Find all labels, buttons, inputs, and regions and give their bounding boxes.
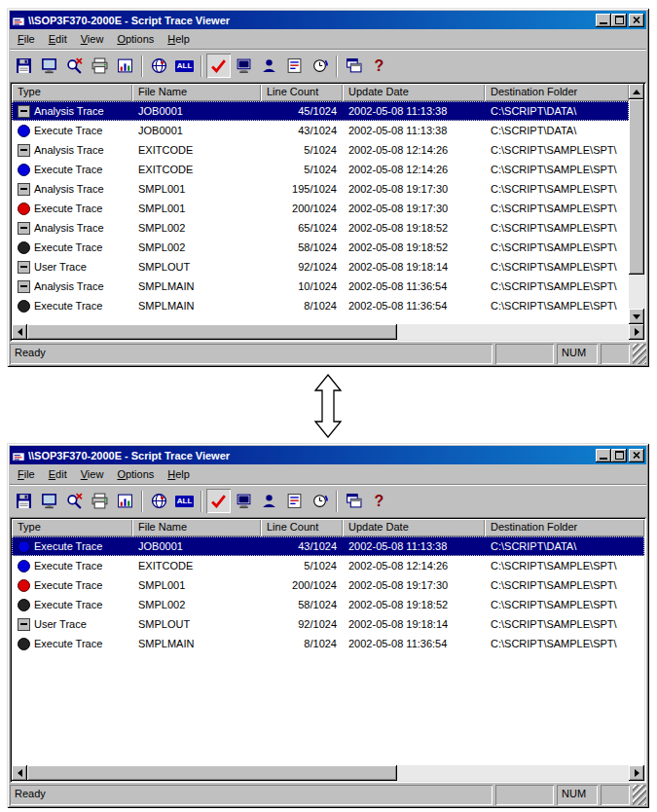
table-row[interactable]: User Trace SMPLOUT 92/1024 2002-05-08 19…: [12, 614, 644, 634]
user-trace-button[interactable]: [257, 489, 281, 513]
table-row[interactable]: Execute Trace SMPLMAIN 8/1024 2002-05-08…: [12, 634, 644, 653]
save-button[interactable]: [12, 489, 36, 513]
resize-grip[interactable]: [633, 785, 646, 805]
cascade-windows-button[interactable]: [342, 489, 366, 513]
status-panel-empty: [601, 785, 630, 805]
scroll-left-button[interactable]: [12, 765, 27, 781]
cell-file-name: SMPLMAIN: [132, 300, 261, 312]
table-row[interactable]: Execute Trace SMPL002 58/1024 2002-05-08…: [12, 595, 644, 614]
arrow-down-icon: [633, 314, 640, 319]
table-row[interactable]: Analysis Trace SMPL002 65/1024 2002-05-0…: [12, 218, 629, 238]
report-button[interactable]: [113, 54, 137, 78]
show-all-button[interactable]: ALL: [172, 489, 197, 513]
cell-update-date: 2002-05-08 11:13:38: [343, 105, 485, 117]
filter-check-button[interactable]: [206, 54, 231, 78]
menu-options[interactable]: Options: [110, 465, 161, 483]
minimize-button[interactable]: [596, 449, 611, 462]
column-header-destination-folder[interactable]: Destination Folder: [485, 84, 629, 101]
table-row[interactable]: Execute Trace EXITCODE 5/1024 2002-05-08…: [12, 160, 629, 179]
print-button[interactable]: [88, 489, 112, 513]
menu-help[interactable]: Help: [161, 465, 197, 483]
column-header-line-count[interactable]: Line Count: [261, 84, 343, 101]
cell-line-count: 43/1024: [261, 540, 343, 552]
table-row[interactable]: Execute Trace EXITCODE 5/1024 2002-05-08…: [12, 556, 644, 575]
close-button[interactable]: [629, 14, 644, 27]
cell-type: Analysis Trace: [12, 222, 132, 235]
scroll-left-button[interactable]: [12, 324, 27, 340]
column-header-update-date[interactable]: Update Date: [343, 84, 485, 101]
screen-trace-button[interactable]: [232, 489, 256, 513]
cascade-windows-button[interactable]: [342, 54, 366, 78]
all-icon: ALL: [175, 496, 195, 507]
title-bar[interactable]: \\SOP3F370-2000E - Script Trace Viewer: [10, 446, 646, 464]
horizontal-scrollbar[interactable]: [12, 324, 644, 340]
column-header-update-date[interactable]: Update Date: [343, 519, 485, 536]
cell-update-date: 2002-05-08 19:17:30: [343, 579, 485, 591]
trace-list: Type File Name Line Count Update Date De…: [10, 82, 646, 342]
scroll-down-button[interactable]: [629, 309, 644, 324]
table-row[interactable]: User Trace SMPLOUT 92/1024 2002-05-08 19…: [12, 257, 629, 277]
scroll-right-button[interactable]: [629, 324, 644, 340]
maximize-button[interactable]: [611, 14, 627, 27]
maximize-button[interactable]: [611, 449, 627, 462]
report-list-button[interactable]: [282, 489, 307, 513]
vertical-scrollbar[interactable]: [629, 84, 644, 324]
interval-button[interactable]: [308, 54, 332, 78]
menu-edit[interactable]: Edit: [42, 465, 74, 483]
horizontal-scrollbar-thumb[interactable]: [27, 765, 397, 781]
filter-check-button[interactable]: [206, 489, 231, 513]
web-button[interactable]: [147, 54, 171, 78]
column-header-file-name[interactable]: File Name: [132, 84, 261, 101]
interval-button[interactable]: [308, 489, 332, 513]
menu-help[interactable]: Help: [161, 30, 197, 48]
column-header-type[interactable]: Type: [12, 84, 132, 101]
table-row[interactable]: Analysis Trace EXITCODE 5/1024 2002-05-0…: [12, 140, 629, 160]
table-row[interactable]: Analysis Trace JOB0001 45/1024 2002-05-0…: [12, 101, 629, 121]
help-icon: ?: [375, 494, 384, 509]
scroll-up-button[interactable]: [629, 84, 644, 99]
menu-file[interactable]: File: [11, 465, 42, 483]
minimize-button[interactable]: [596, 14, 611, 27]
view-trace-button[interactable]: [37, 54, 61, 78]
web-button[interactable]: [147, 489, 171, 513]
menu-view[interactable]: View: [74, 465, 111, 483]
report-button[interactable]: [113, 489, 137, 513]
trace-type-icon: [18, 618, 30, 631]
table-row[interactable]: Execute Trace JOB0001 43/1024 2002-05-08…: [12, 536, 644, 556]
close-button[interactable]: [629, 449, 644, 462]
horizontal-scrollbar[interactable]: [12, 765, 644, 781]
view-trace-button[interactable]: [37, 489, 61, 513]
column-header-destination-folder[interactable]: Destination Folder: [485, 519, 644, 536]
horizontal-scrollbar-thumb[interactable]: [27, 324, 397, 340]
table-row[interactable]: Analysis Trace SMPLMAIN 10/1024 2002-05-…: [12, 277, 629, 296]
save-button[interactable]: [12, 54, 36, 78]
print-button[interactable]: [88, 54, 112, 78]
menu-options[interactable]: Options: [110, 30, 161, 48]
user-trace-button[interactable]: [257, 54, 281, 78]
help-button[interactable]: ?: [367, 489, 391, 513]
table-row[interactable]: Execute Trace SMPLMAIN 8/1024 2002-05-08…: [12, 296, 629, 315]
title-bar[interactable]: \\SOP3F370-2000E - Script Trace Viewer: [10, 11, 646, 29]
scroll-right-button[interactable]: [629, 765, 644, 781]
vertical-scrollbar-thumb[interactable]: [629, 99, 644, 275]
column-header-line-count[interactable]: Line Count: [261, 519, 343, 536]
delete-trace-button[interactable]: [62, 489, 87, 513]
close-icon: [633, 452, 640, 459]
menu-edit[interactable]: Edit: [42, 30, 74, 48]
table-row[interactable]: Execute Trace SMPL001 200/1024 2002-05-0…: [12, 575, 644, 595]
table-row[interactable]: Execute Trace SMPL001 200/1024 2002-05-0…: [12, 199, 629, 218]
column-header-file-name[interactable]: File Name: [132, 519, 261, 536]
cell-destination-folder: C:\SCRIPT\SAMPLE\SPT\: [485, 280, 623, 292]
delete-trace-button[interactable]: [62, 54, 87, 78]
menu-file[interactable]: File: [11, 30, 42, 48]
help-button[interactable]: ?: [367, 54, 391, 78]
column-header-type[interactable]: Type: [12, 519, 132, 536]
resize-grip[interactable]: [633, 344, 646, 364]
report-list-button[interactable]: [282, 54, 307, 78]
table-row[interactable]: Execute Trace SMPL002 58/1024 2002-05-08…: [12, 238, 629, 257]
table-row[interactable]: Execute Trace JOB0001 43/1024 2002-05-08…: [12, 121, 629, 140]
screen-trace-button[interactable]: [232, 54, 256, 78]
show-all-button[interactable]: ALL: [172, 54, 197, 78]
table-row[interactable]: Analysis Trace SMPL001 195/1024 2002-05-…: [12, 179, 629, 199]
menu-view[interactable]: View: [74, 30, 111, 48]
